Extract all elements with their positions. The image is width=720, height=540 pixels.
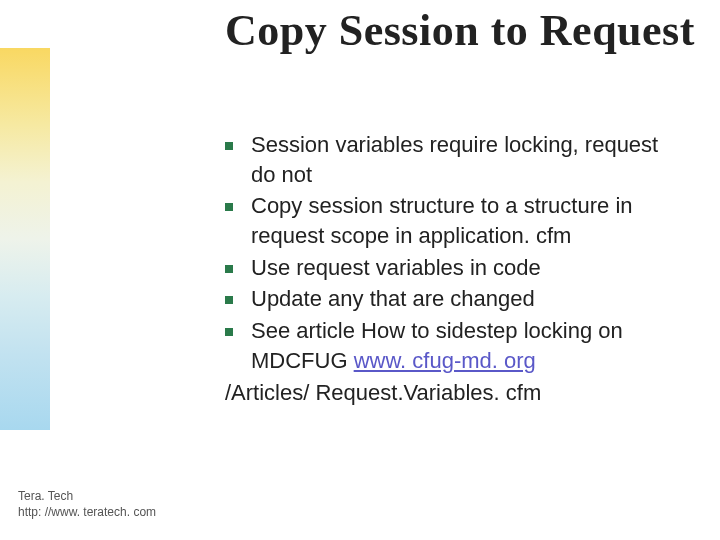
bullet-icon — [225, 296, 233, 304]
bullet-icon — [225, 142, 233, 150]
footer: Tera. Tech http: //www. teratech. com — [18, 488, 156, 520]
bullet-icon — [225, 265, 233, 273]
page-title: Copy Session to Request — [225, 8, 695, 54]
list-item: Use request variables in code — [225, 253, 675, 283]
footer-url: http: //www. teratech. com — [18, 504, 156, 520]
footer-company: Tera. Tech — [18, 488, 156, 504]
bullet-icon — [225, 203, 233, 211]
list-item: Copy session structure to a structure in… — [225, 191, 675, 250]
trailing-text: /Articles/ Request.Variables. cfm — [225, 378, 675, 408]
list-item-text: Update any that are changed — [251, 284, 675, 314]
bullet-icon — [225, 328, 233, 336]
slide: Copy Session to Request Session variable… — [0, 0, 720, 540]
list-item-text: Copy session structure to a structure in… — [251, 191, 675, 250]
slide-body: Session variables require locking, reque… — [225, 130, 675, 407]
list-item-text: Session variables require locking, reque… — [251, 130, 675, 189]
list-item: Update any that are changed — [225, 284, 675, 314]
list-item: Session variables require locking, reque… — [225, 130, 675, 189]
cfug-link[interactable]: www. cfug-md. org — [354, 348, 536, 373]
list-item-text: See article How to sidestep locking on M… — [251, 316, 675, 375]
list-item-text: Use request variables in code — [251, 253, 675, 283]
list-item: See article How to sidestep locking on M… — [225, 316, 675, 375]
